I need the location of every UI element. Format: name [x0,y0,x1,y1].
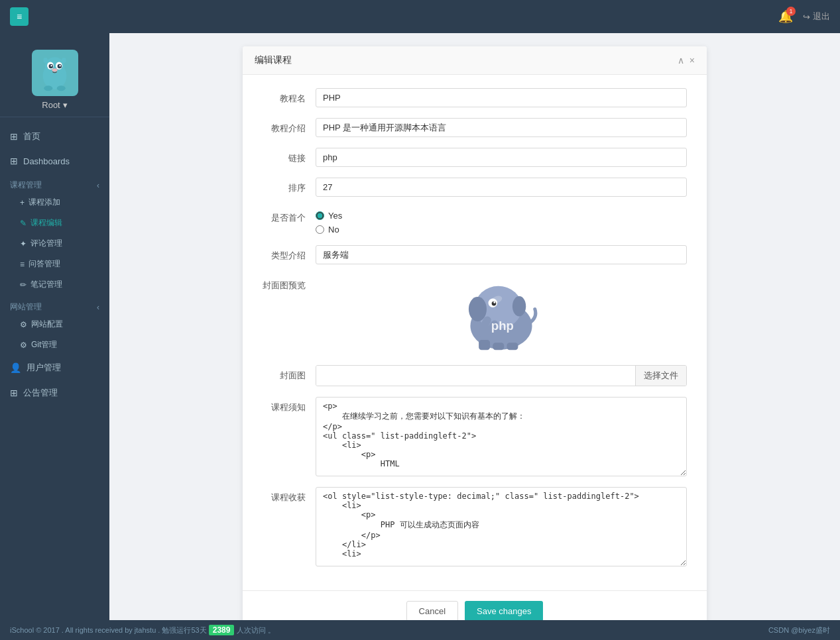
topbar-right: 🔔 1 ↪ 退出 [778,9,830,24]
label-type: 类型介绍 [263,245,316,262]
close-icon[interactable]: × [690,55,695,66]
course-section-arrow[interactable]: ‹ [97,181,99,190]
label-is-first: 是否首个 [263,207,316,224]
logout-button[interactable]: ↪ 退出 [803,11,830,23]
svg-point-9 [43,57,48,62]
card-header: 编辑课程 ∧ × [243,46,707,75]
form-row-prerequisite: 课程须知 <p> 在继续学习之前，您需要对以下知识有基本的了解： </p> <u… [263,397,687,476]
radio-yes[interactable]: Yes [316,211,342,221]
home-icon: ⊞ [10,131,18,142]
site-config-icon: ⚙ [20,320,27,329]
note-label: 笔记管理 [30,279,62,290]
git-label: Git管理 [31,339,57,350]
logout-label: 退出 [813,11,830,23]
announcements-icon: ⊞ [10,388,18,398]
form-row-is-first: 是否首个 Yes No [263,207,687,235]
label-order: 排序 [263,178,316,194]
card-header-actions: ∧ × [678,55,695,66]
radio-yes-label: Yes [328,211,342,221]
svg-point-6 [50,64,52,66]
site-section-label: 网站管理 [10,301,42,313]
form-row-intro: 教程介绍 [263,118,687,137]
input-intro[interactable] [316,118,687,137]
radio-no[interactable]: No [316,225,342,235]
footer-copyright: iSchool © 2017 . All rights received by … [10,626,207,634]
label-name: 教程名 [263,88,316,105]
note-icon: ✏ [20,280,27,290]
cover-preview-area: php [316,275,687,354]
form-row-gains: 课程收获 <ol style="list-style-type: decimal… [263,487,687,566]
collapse-icon[interactable]: ∧ [678,55,684,66]
sidebar-logo: Root ▾ [0,40,109,117]
users-label: 用户管理 [27,362,61,374]
sidebar-item-course-add[interactable]: + 课程添加 [0,192,109,213]
sidebar-item-note[interactable]: ✏ 笔记管理 [0,274,109,295]
sidebar-item-users[interactable]: 👤 用户管理 [0,355,109,380]
form-row-cover: 封面图 选择文件 [263,365,687,386]
form-row-cover-preview: 封面图预览 [263,275,687,354]
label-intro: 教程介绍 [263,118,316,134]
comment-icon: ✦ [20,239,27,248]
course-add-icon: + [20,198,25,207]
svg-point-10 [62,57,66,62]
sidebar-item-dashboards[interactable]: ⊞ Dashboards [0,149,109,173]
bell-badge: 1 [786,7,796,16]
card-body: 教程名 教程介绍 链接 排序 是否首个 [243,75,707,590]
label-prerequisite: 课程须知 [263,397,316,413]
footer-count-suffix: 人次访问 。 [237,626,275,634]
sidebar-username[interactable]: Root ▾ [0,100,109,110]
course-section-label: 课程管理 [10,180,42,191]
input-order[interactable] [316,178,687,197]
form-row-name: 教程名 [263,88,687,107]
svg-text:php: php [491,319,514,333]
footer-right: CSDN @biyez盛时 [768,625,830,635]
edit-course-card: 编辑课程 ∧ × 教程名 教程介绍 链接 [243,46,707,631]
sidebar-section-course: 课程管理 ‹ [0,176,109,192]
sidebar-item-comment[interactable]: ✦ 评论管理 [0,233,109,254]
textarea-gains[interactable]: <ol style="list-style-type: decimal;" cl… [316,487,687,566]
radio-no-label: No [328,225,339,235]
input-type[interactable] [316,245,687,264]
svg-point-16 [512,296,526,316]
svg-point-11 [44,85,52,91]
bell-wrapper: 🔔 1 [778,9,793,24]
footer-count: 2389 [209,625,235,635]
label-cover-preview: 封面图预览 [263,275,316,292]
sidebar-item-site-config[interactable]: ⚙ 网站配置 [0,314,109,335]
course-add-label: 课程添加 [29,197,60,208]
form-row-order: 排序 [263,178,687,197]
textarea-prerequisite[interactable]: <p> 在继续学习之前，您需要对以下知识有基本的了解： </p> <ul cla… [316,397,687,476]
radio-group-is-first: Yes No [316,207,342,235]
file-choose-button[interactable]: 选择文件 [635,366,686,386]
save-button[interactable]: Save changes [465,601,543,621]
sidebar-item-announcements[interactable]: ⊞ 公告管理 [0,380,109,405]
sidebar-item-git[interactable]: ⚙ Git管理 [0,335,109,355]
main-content: 编辑课程 ∧ × 教程名 教程介绍 链接 [109,33,840,640]
input-name[interactable] [316,88,687,107]
site-section-arrow[interactable]: ‹ [97,303,99,312]
form-row-link: 链接 [263,148,687,167]
course-edit-icon: ✎ [20,219,27,228]
topbar-left: ≡ [10,7,29,26]
sidebar-item-course-edit[interactable]: ✎ 课程编辑 [0,213,109,233]
sidebar-item-home-label: 首页 [23,131,40,142]
username-text: Root [42,100,60,110]
qa-label: 问答管理 [29,258,60,270]
svg-rect-20 [479,340,490,350]
sidebar-item-home[interactable]: ⊞ 首页 [0,124,109,149]
radio-no-input[interactable] [316,225,324,234]
svg-rect-22 [507,343,518,350]
input-link[interactable] [316,148,687,167]
menu-button[interactable]: ≡ [10,7,29,26]
gopher-svg [33,52,76,95]
comment-label: 评论管理 [30,238,62,249]
dashboards-icon: ⊞ [10,156,18,166]
sidebar-item-qa[interactable]: ≡ 问答管理 [0,254,109,274]
svg-point-15 [469,297,487,321]
cancel-button[interactable]: Cancel [406,601,458,621]
label-gains: 课程收获 [263,487,316,504]
label-link: 链接 [263,148,316,164]
svg-point-7 [59,64,60,66]
radio-yes-input[interactable] [316,211,324,220]
file-input-text[interactable] [316,366,635,386]
